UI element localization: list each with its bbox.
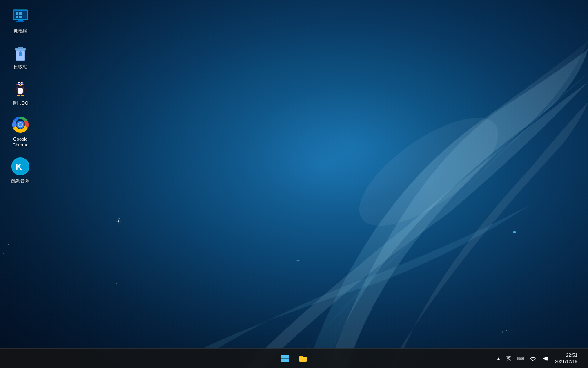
desktop-icon-kuwo[interactable]: K 酷狗音乐 <box>4 154 37 186</box>
kuwo-icon-img: K <box>11 157 30 176</box>
svg-point-2 <box>118 220 119 222</box>
svg-text:K: K <box>16 162 22 172</box>
qq-icon-img <box>11 79 30 99</box>
start-button[interactable] <box>277 350 293 367</box>
svg-point-36 <box>19 85 22 86</box>
language-indicator[interactable]: 英 <box>505 353 513 364</box>
time-display: 22:51 <box>566 352 577 358</box>
svg-rect-52 <box>281 359 285 362</box>
svg-point-40 <box>21 95 24 96</box>
svg-rect-51 <box>285 355 289 359</box>
svg-point-1 <box>343 98 514 245</box>
file-explorer-button[interactable] <box>295 350 311 367</box>
svg-point-3 <box>119 218 120 219</box>
this-pc-icon-img <box>11 7 30 26</box>
svg-point-28 <box>18 87 23 94</box>
svg-rect-18 <box>19 12 22 15</box>
svg-rect-21 <box>18 20 23 21</box>
recycle-bin-label: 回收站 <box>14 64 27 70</box>
svg-point-10 <box>502 332 503 333</box>
chrome-label: Google Chrome <box>7 136 34 148</box>
show-desktop-button[interactable] <box>582 350 585 367</box>
qq-label: 腾讯QQ <box>12 100 28 106</box>
ime-label: ⌨ <box>517 356 524 361</box>
network-icon[interactable] <box>528 354 538 364</box>
svg-point-35 <box>22 83 23 84</box>
svg-rect-0 <box>0 0 588 368</box>
taskbar: ▲ 英 ⌨ <box>0 348 588 368</box>
desktop: 此电脑 回收站 <box>0 0 588 368</box>
taskbar-right: ▲ 英 ⌨ <box>495 350 585 367</box>
svg-point-12 <box>8 244 9 245</box>
desktop-icon-chrome[interactable]: Google Chrome <box>4 112 37 150</box>
svg-point-37 <box>16 84 19 85</box>
svg-rect-50 <box>281 355 285 359</box>
date-display: 2021/12/19 <box>555 359 577 365</box>
taskbar-center <box>277 350 311 367</box>
desktop-icon-this-pc[interactable]: 此电脑 <box>4 4 37 36</box>
ime-indicator[interactable]: ⌨ <box>515 354 526 363</box>
svg-point-6 <box>298 260 299 262</box>
svg-point-11 <box>506 330 507 331</box>
desktop-icons: 此电脑 回收站 <box>4 4 37 186</box>
svg-point-54 <box>532 360 533 361</box>
svg-point-46 <box>19 123 22 126</box>
svg-rect-22 <box>16 21 24 22</box>
svg-point-34 <box>19 83 20 84</box>
this-pc-label: 此电脑 <box>14 28 27 34</box>
svg-point-14 <box>3 253 4 254</box>
datetime-display[interactable]: 22:51 2021/12/19 <box>552 351 580 366</box>
desktop-icon-qq[interactable]: 腾讯QQ <box>4 76 37 108</box>
svg-point-9 <box>513 231 516 233</box>
volume-icon[interactable] <box>540 354 550 364</box>
kuwo-label: 酷狗音乐 <box>11 178 29 184</box>
chrome-icon-img <box>11 115 30 135</box>
svg-point-13 <box>116 283 117 284</box>
svg-rect-17 <box>16 12 18 15</box>
svg-point-39 <box>17 95 20 96</box>
svg-rect-53 <box>285 359 289 362</box>
language-label: 英 <box>506 355 511 361</box>
svg-rect-25 <box>18 47 23 49</box>
show-hidden-icons-button[interactable]: ▲ <box>495 355 502 362</box>
svg-point-38 <box>22 84 24 85</box>
svg-rect-20 <box>19 16 22 18</box>
svg-rect-19 <box>16 16 18 18</box>
desktop-icon-recycle-bin[interactable]: 回收站 <box>4 40 37 72</box>
recycle-bin-icon-img <box>11 43 30 62</box>
